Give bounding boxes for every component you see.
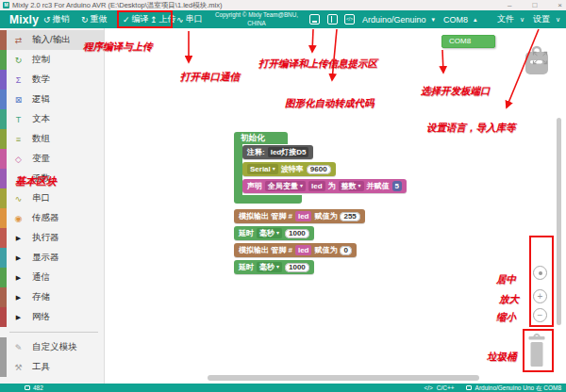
category-label: 文本 [32,113,50,125]
category-color-strip [0,149,7,169]
category-color-strip [0,287,7,307]
sidebar-item-数组[interactable]: ≡ 数组 [0,129,104,149]
code-view-icon[interactable]: </> [344,14,355,24]
type-dropdown[interactable]: 整数▾ [339,181,364,191]
category-icon: ✎ [12,343,25,352]
center-blocks-button[interactable] [533,266,547,280]
sidebar-item-传感器[interactable]: ◉ 传感器 [0,208,104,228]
category-label: 函数 [32,172,50,185]
chevron-down-icon: ▾ [432,16,436,24]
split-view-icon[interactable] [327,14,338,24]
serial-port-dropdown[interactable]: Serial▾ [247,164,278,174]
minimize-button[interactable]: – [508,0,511,10]
category-color-strip [0,169,7,188]
sidebar-item-通信[interactable]: ▶ 通信 [0,268,104,287]
block-delay-1[interactable]: 延时 毫秒▾ 1000 [234,226,314,240]
block-serial-baud[interactable]: Serial▾ 波特率 9600 [242,162,336,176]
category-icon: ▶ [12,294,25,302]
category-color-strip [0,248,7,268]
port-select[interactable]: COM8 ▴ [443,10,477,28]
variable-name-chip[interactable]: led [308,181,325,191]
value-block[interactable]: 5 [392,181,402,191]
blockly-workspace[interactable]: 初始化 注释: led灯接D5 Serial▾ 波特率 9600 声明 全局变量… [106,28,566,384]
variable-block[interactable]: led [295,245,312,255]
sidebar-item-工具[interactable]: ⚒ 工具 [0,357,104,377]
sidebar-item-数学[interactable]: Σ 数学 [0,70,104,90]
mixly-window: M Mixly 2.0 rc3 For Arduino AVR (E:\Desk… [0,0,566,392]
trash-icon[interactable] [527,333,546,368]
block-comment[interactable]: 注释: led灯接D5 [242,145,313,159]
category-label: 执行器 [32,232,59,244]
block-stack[interactable]: 模拟输出 管脚 # led 赋值为 255 延时 毫秒▾ 1000 模拟输出 管… [234,209,365,274]
zoom-in-button[interactable]: + [533,289,547,303]
category-label: 输入/输出 [32,34,71,46]
check-icon: ✓ [123,15,130,24]
sidebar-item-文本[interactable]: T 文本 [0,109,104,129]
board-select[interactable]: Arduino/Genuino ▾ [362,10,435,28]
sidebar-list: ⇄ 输入/输出 ↻ 控制 Σ 数学 ⊠ 逻辑 T 文本 ≡ 数组 ◇ 变量 [0,30,104,377]
zoom-out-button[interactable]: − [533,308,547,322]
category-icon: ⊠ [12,95,25,105]
category-icon: ⇄ [12,36,25,45]
chevron-up-icon: ▴ [474,16,477,24]
serial-monitor-button[interactable]: ∿ 串口 [176,10,203,28]
value-input[interactable]: 255 [340,212,359,221]
category-color-strip [0,268,7,287]
main-toolbar: Mixly ↺ 撤销 ↻ 重做 ✓ 编译 ↥ 上传 ∿ 串口 Copyright… [0,10,566,28]
block-delay-2[interactable]: 延时 毫秒▾ 1000 [234,260,314,274]
block-count: 482 [25,384,43,392]
category-icon: ◇ [12,155,25,164]
delay-unit-dropdown[interactable]: 毫秒▾ [257,262,282,272]
sidebar-item-变量[interactable]: ◇ 变量 [0,149,104,169]
sidebar-item-输入/输出[interactable]: ⇄ 输入/输出 [0,30,104,50]
vertical-scrollbar[interactable] [557,118,561,325]
expand-icon[interactable] [532,51,548,65]
sidebar-item-逻辑[interactable]: ⊠ 逻辑 [0,90,104,109]
console-panel-icon[interactable] [309,14,320,24]
category-color-strip [0,90,7,109]
compile-button[interactable]: ✓ 编译 [123,10,149,28]
sidebar-divider [9,332,98,333]
category-color-strip [0,129,7,149]
category-icon: ▶ [12,254,25,262]
port-dropdown-option-com8[interactable]: COM8 [441,35,495,48]
upload-button[interactable]: ↥ 上传 [150,10,176,28]
serial-plug-icon: ∿ [176,15,184,24]
delay-unit-dropdown[interactable]: 毫秒▾ [257,228,282,238]
sidebar-item-执行器[interactable]: ▶ 执行器 [0,228,104,248]
category-label: 显示器 [32,252,59,264]
block-declare-variable[interactable]: 声明 全局变量▾ led 为 整数▾ 并赋值 5 [242,179,407,193]
sidebar-item-控制[interactable]: ↻ 控制 [0,50,104,70]
sidebar-item-存储[interactable]: ▶ 存储 [0,287,104,307]
sidebar-item-自定义模块[interactable]: ✎ 自定义模块 [0,337,104,357]
category-label: 数组 [32,133,50,145]
category-color-strip [0,30,7,50]
delay-input[interactable]: 1000 [285,263,309,272]
maximize-button[interactable]: □ [532,0,537,10]
horizontal-scrollbar[interactable] [208,375,479,381]
baud-input[interactable]: 9600 [307,165,331,174]
sidebar-item-串口[interactable]: ∿ 串口 [0,188,104,208]
undo-button[interactable]: ↺ 撤销 [43,10,70,28]
category-label: 通信 [32,271,50,284]
redo-button[interactable]: ↻ 重做 [81,10,108,28]
value-input[interactable]: 0 [340,246,351,255]
category-label: 串口 [32,192,50,204]
scope-dropdown[interactable]: 全局变量▾ [265,181,306,191]
sidebar-item-网络[interactable]: ▶ 网络 [0,307,104,327]
variable-block[interactable]: led [295,211,312,221]
category-color-strip [0,70,7,90]
sidebar-item-显示器[interactable]: ▶ 显示器 [0,248,104,268]
category-label: 变量 [32,153,50,165]
block-setup[interactable]: 初始化 注释: led灯接D5 Serial▾ 波特率 9600 声明 全局变量… [234,132,407,204]
category-color-strip [0,50,7,70]
delay-input[interactable]: 1000 [285,229,309,238]
category-icon: ⚒ [12,363,25,372]
settings-menu[interactable]: 设置 ∨ [533,10,560,28]
sidebar-item-函数[interactable]: ƒ 函数 [0,169,104,188]
file-menu[interactable]: 文件 ∨ [497,10,524,28]
block-analog-write-on[interactable]: 模拟输出 管脚 # led 赋值为 255 [234,209,365,223]
block-analog-write-off[interactable]: 模拟输出 管脚 # led 赋值为 0 [234,243,357,257]
comment-input[interactable]: led灯接D5 [268,147,309,157]
close-button[interactable]: × [558,0,562,10]
